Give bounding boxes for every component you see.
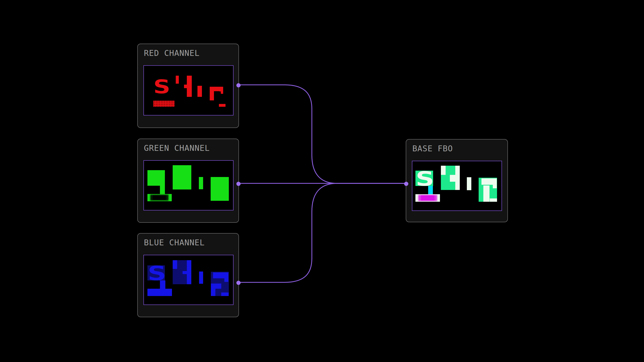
- node-blue-channel[interactable]: BLUE CHANNEL S: [137, 233, 239, 317]
- texture-fragment: [493, 185, 497, 188]
- texture-fragment: [182, 271, 187, 274]
- blue-channel-texture-preview: S: [144, 255, 234, 305]
- node-title-green-channel: GREEN CHANNEL: [144, 144, 210, 152]
- texture-fragment: [467, 177, 471, 190]
- texture-fragment: [173, 165, 191, 189]
- texture-fragment: [199, 177, 203, 189]
- texture-fragment: [213, 273, 228, 278]
- texture-fragment: [198, 86, 202, 97]
- texture-fragment: [184, 85, 187, 88]
- texture-fragment: [173, 260, 177, 269]
- node-title-blue-channel: BLUE CHANNEL: [144, 238, 205, 247]
- node-red-channel[interactable]: RED CHANNEL S: [137, 44, 239, 128]
- wire-red-to-base: [239, 85, 406, 183]
- node-title-red-channel: RED CHANNEL: [144, 49, 200, 57]
- texture-fragment: [455, 166, 460, 190]
- node-green-channel[interactable]: GREEN CHANNEL: [137, 139, 239, 223]
- texture-glyph: S: [153, 76, 170, 98]
- texture-fragment: [160, 186, 165, 194]
- base-fbo-input-port[interactable]: [404, 182, 408, 186]
- texture-fragment: [187, 260, 191, 284]
- green-channel-texture-image: [144, 161, 233, 210]
- texture-fragment: [490, 198, 497, 202]
- texture-fragment: [421, 195, 434, 201]
- texture-fragment: [153, 101, 174, 107]
- blue-channel-output-port[interactable]: [236, 281, 240, 285]
- texture-fragment: [483, 185, 490, 202]
- texture-fragment: [176, 76, 179, 84]
- texture-fragment: [221, 90, 223, 94]
- green-channel-texture-preview: [144, 160, 234, 210]
- blue-channel-texture-image: S: [144, 255, 233, 305]
- node-title-base-fbo: BASE FBO: [412, 144, 453, 153]
- texture-fragment: [482, 178, 497, 185]
- texture-fragment: [211, 284, 215, 296]
- texture-fragment: [219, 104, 226, 107]
- texture-fragment: [211, 177, 229, 201]
- base-fbo-texture-image: S: [412, 161, 502, 210]
- texture-fragment: [450, 175, 455, 182]
- wires-layer: [0, 0, 644, 362]
- red-channel-texture-image: S: [144, 66, 233, 115]
- base-fbo-texture-preview: S: [412, 161, 502, 211]
- texture-fragment: [153, 195, 166, 200]
- node-base-fbo[interactable]: BASE FBO S: [406, 139, 508, 222]
- texture-fragment: [224, 278, 228, 282]
- node-graph-canvas[interactable]: RED CHANNEL S GREEN CHANNEL BLUE CHANNEL…: [0, 0, 644, 362]
- wire-blue-to-base: [239, 183, 406, 282]
- red-channel-texture-preview: S: [144, 65, 234, 115]
- texture-fragment: [221, 293, 228, 296]
- texture-fragment: [199, 272, 203, 284]
- texture-fragment: [148, 289, 172, 296]
- texture-fragment: [441, 166, 446, 175]
- texture-fragment: [187, 76, 192, 97]
- texture-fragment: [160, 281, 165, 289]
- texture-fragment: [428, 186, 433, 195]
- texture-fragment: [215, 284, 221, 289]
- texture-fragment: [148, 170, 165, 186]
- green-channel-output-port[interactable]: [236, 182, 240, 186]
- red-channel-output-port[interactable]: [236, 83, 240, 87]
